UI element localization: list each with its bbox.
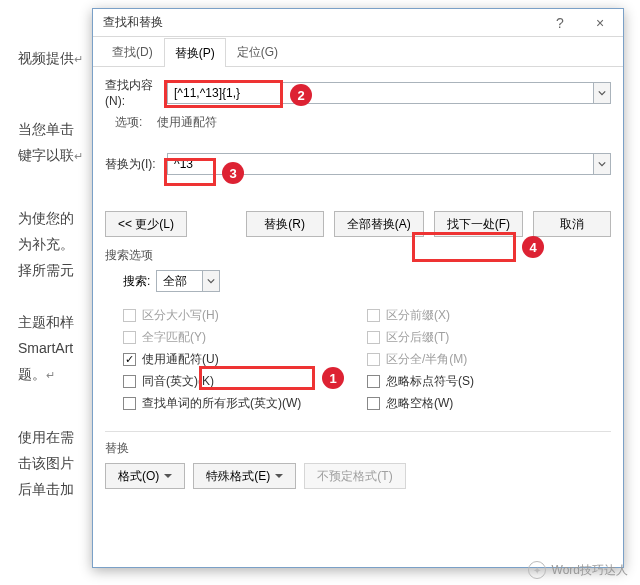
special-button[interactable]: 特殊格式(E) [193,463,296,489]
wechat-icon: ✦ [528,561,546,579]
replace-all-button[interactable]: 全部替换(A) [334,211,424,237]
bg-line: 当您单击 [18,121,74,137]
replace-button[interactable]: 替换(R) [246,211,324,237]
chevron-down-icon [207,277,215,285]
tab-replace[interactable]: 替换(P) [164,38,226,67]
close-button[interactable]: × [580,11,620,35]
bg-line: 使用在需 [18,429,74,445]
replace-with-combo [167,153,611,175]
find-replace-dialog: 查找和替换 ? × 查找(D) 替换(P) 定位(G) 查找内容(N): 选项:… [92,8,624,568]
bg-line: 为使您的 [18,210,74,226]
bg-line: 主题和样 [18,314,74,330]
no-formatting-button: 不预定格式(T) [304,463,405,489]
tab-strip: 查找(D) 替换(P) 定位(G) [93,37,623,67]
bg-line: SmartArt [18,340,73,356]
replace-section-label: 替换 [105,440,611,457]
bg-line: 视频提供 [18,50,74,66]
replace-with-input[interactable] [167,153,593,175]
bg-line: 为补充。 [18,236,74,252]
watermark: ✦ Word技巧达人 [528,561,628,579]
all-word-forms-checkbox[interactable]: 查找单词的所有形式(英文)(W) [123,395,367,412]
replace-with-dropdown[interactable] [593,153,611,175]
bg-line: 击该图片 [18,455,74,471]
options-label: 选项: [105,114,157,131]
find-what-dropdown[interactable] [593,82,611,104]
find-what-label: 查找内容(N): [105,77,167,108]
bg-line: 后单击加 [18,481,74,497]
find-next-button[interactable]: 找下一处(F) [434,211,523,237]
search-direction-dropdown[interactable] [202,270,220,292]
bg-line: 择所需元 [18,262,74,278]
find-what-combo [167,82,611,104]
match-suffix-checkbox: 区分后缀(T) [367,329,611,346]
match-width-checkbox: 区分全/半角(M) [367,351,611,368]
find-what-input[interactable] [167,82,593,104]
chevron-down-icon [598,160,606,168]
format-button[interactable]: 格式(O) [105,463,185,489]
tab-find[interactable]: 查找(D) [101,37,164,66]
less-button[interactable]: << 更少(L) [105,211,187,237]
search-direction-select[interactable]: 全部 [156,270,220,292]
match-case-checkbox: 区分大小写(H) [123,307,367,324]
tab-goto[interactable]: 定位(G) [226,37,289,66]
options-value: 使用通配符 [157,114,217,131]
search-options-label: 搜索选项 [105,247,611,264]
sounds-like-checkbox[interactable]: 同音(英文)(K) [123,373,367,390]
use-wildcards-checkbox[interactable]: 使用通配符(U) [123,351,367,368]
bg-line: 题。 [18,366,46,382]
match-prefix-checkbox: 区分前缀(X) [367,307,611,324]
ignore-space-checkbox[interactable]: 忽略空格(W) [367,395,611,412]
bg-line: 键字以联 [18,147,74,163]
dialog-title: 查找和替换 [103,14,540,31]
help-button[interactable]: ? [540,11,580,35]
search-direction-label: 搜索: [123,273,150,290]
ignore-punct-checkbox[interactable]: 忽略标点符号(S) [367,373,611,390]
search-direction-value: 全部 [156,270,202,292]
whole-word-checkbox: 全字匹配(Y) [123,329,367,346]
replace-with-label: 替换为(I): [105,156,167,173]
chevron-down-icon [598,89,606,97]
cancel-button[interactable]: 取消 [533,211,611,237]
titlebar: 查找和替换 ? × [93,9,623,37]
